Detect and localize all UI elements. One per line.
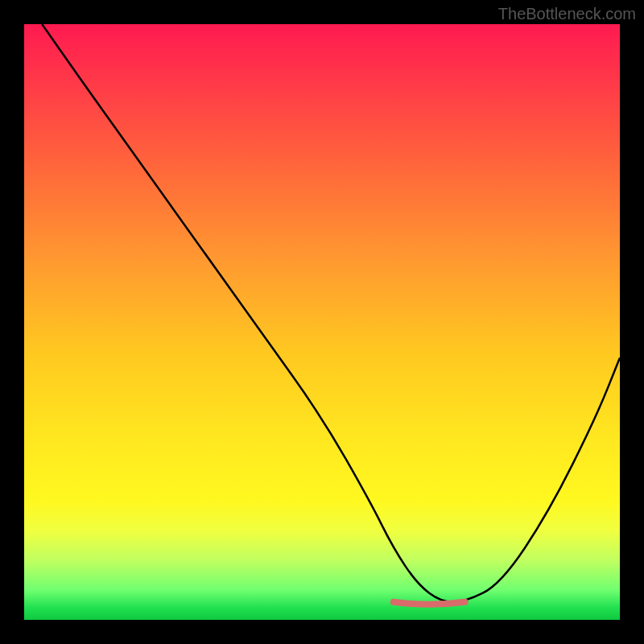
plot-area bbox=[24, 24, 620, 620]
chart-container: TheBottleneck.com bbox=[0, 0, 644, 644]
bottleneck-curve bbox=[42, 24, 620, 602]
curve-svg bbox=[24, 24, 620, 620]
optimal-marker bbox=[394, 602, 465, 605]
watermark-text: TheBottleneck.com bbox=[498, 5, 636, 23]
